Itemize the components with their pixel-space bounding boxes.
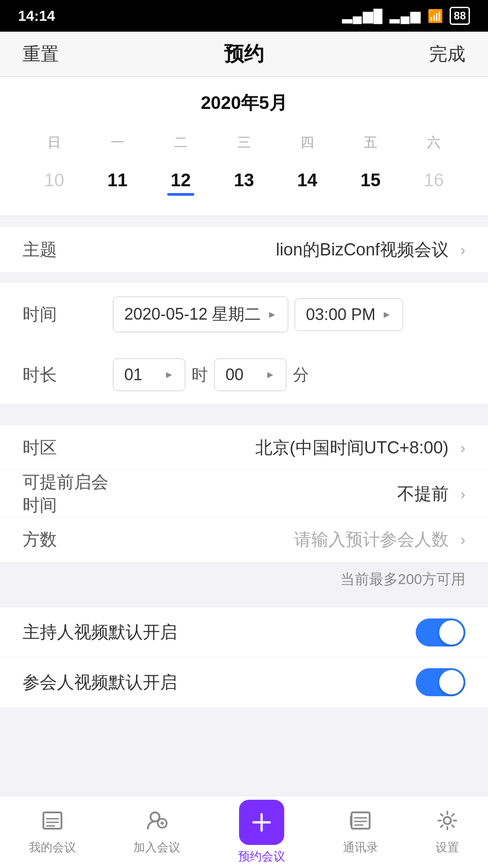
weekday-tue: 二 — [149, 129, 212, 156]
bottom-nav: 我的会议 加入会议 预约会议 — [0, 796, 488, 868]
time-selector-arrow: ► — [382, 309, 392, 321]
subject-group: 主题 lion的BizConf视频会议 › — [0, 227, 488, 272]
signal-icon-2: ▂▄▆ — [389, 9, 421, 24]
attendee-video-toggle-knob — [439, 670, 464, 694]
nav-item-join[interactable]: 加入会议 — [133, 809, 180, 855]
time-selector[interactable]: 03:00 PM ► — [295, 298, 403, 331]
time-inputs: 2020-05-12 星期二 ► 03:00 PM ► — [113, 297, 465, 332]
wifi-icon: 📶 — [427, 9, 443, 24]
early-start-label: 可提前启会时间 — [23, 471, 113, 517]
nav-item-contacts[interactable]: 通讯录 — [343, 809, 378, 855]
date-selector-arrow: ► — [267, 309, 277, 321]
time-row: 时间 2020-05-12 星期二 ► 03:00 PM ► — [0, 283, 488, 346]
svg-rect-10 — [352, 812, 370, 829]
timezone-chevron-icon: › — [460, 439, 465, 457]
timezone-row: 时区 北京(中国时间UTC+8:00) › — [0, 425, 488, 471]
subject-chevron-icon: › — [460, 241, 465, 259]
participants-row: 方数 请输入预计参会人数 › — [0, 517, 488, 562]
attendee-video-label: 参会人视频默认开启 — [23, 671, 416, 694]
participants-chevron-icon: › — [460, 531, 465, 548]
separator-2 — [0, 415, 488, 425]
calendar-days: 10 11 12 13 14 15 16 — [23, 165, 465, 216]
subject-value-container[interactable]: lion的BizConf视频会议 › — [113, 238, 465, 261]
timezone-label: 时区 — [23, 436, 113, 459]
weekday-mon: 一 — [86, 129, 149, 156]
hours-selector[interactable]: 01 ► — [113, 359, 185, 391]
status-bar: 14:14 ▂▄▆█ ▂▄▆ 📶 88 — [0, 0, 488, 32]
done-button[interactable]: 完成 — [429, 42, 465, 66]
subject-label: 主题 — [23, 238, 113, 261]
contacts-label: 通讯录 — [343, 840, 378, 855]
calendar-day-10[interactable]: 10 — [23, 165, 86, 202]
early-start-value-container[interactable]: 不提前 › — [113, 482, 465, 505]
calendar-weekdays: 日 一 二 三 四 五 六 — [23, 129, 465, 156]
subject-row: 主题 lion的BizConf视频会议 › — [0, 227, 488, 272]
video-group: 主持人视频默认开启 参会人视频默认开启 — [0, 608, 488, 707]
battery-indicator: 88 — [450, 7, 470, 25]
weekday-fri: 五 — [339, 129, 402, 156]
calendar-section: 2020年5月 日 一 二 三 四 五 六 10 11 12 13 14 15 … — [0, 77, 488, 216]
weekday-wed: 三 — [212, 129, 276, 156]
availability-text: 当前最多200方可用 — [340, 571, 465, 587]
weekday-sun: 日 — [23, 129, 86, 156]
nav-item-my-meetings[interactable]: 我的会议 — [29, 809, 76, 855]
attendee-video-row: 参会人视频默认开启 — [0, 657, 488, 707]
minutes-selector-arrow: ► — [265, 369, 275, 381]
minutes-value: 00 — [225, 365, 244, 384]
time-group: 时间 2020-05-12 星期二 ► 03:00 PM ► 时长 01 ► 时… — [0, 283, 488, 404]
calendar-day-16[interactable]: 16 — [402, 165, 465, 202]
hours-selector-arrow: ► — [164, 369, 174, 381]
contacts-icon — [349, 809, 372, 836]
duration-label: 时长 — [23, 363, 113, 387]
timezone-value-container[interactable]: 北京(中国时间UTC+8:00) › — [113, 436, 465, 459]
participants-label: 方数 — [23, 528, 113, 551]
status-right: ▂▄▆█ ▂▄▆ 📶 88 — [342, 7, 470, 25]
separator-1 — [0, 216, 488, 227]
timezone-value: 北京(中国时间UTC+8:00) — [255, 436, 449, 459]
time-value: 03:00 PM — [306, 305, 375, 324]
reset-button[interactable]: 重置 — [23, 42, 59, 66]
date-value: 2020-05-12 星期二 — [124, 303, 261, 326]
calendar-day-14[interactable]: 14 — [276, 165, 339, 202]
host-video-label: 主持人视频默认开启 — [23, 621, 416, 644]
weekday-thu: 四 — [276, 129, 339, 156]
duration-inputs: 01 ► 时 00 ► 分 — [113, 359, 309, 391]
host-video-row: 主持人视频默认开启 — [0, 608, 488, 657]
participants-value-container[interactable]: 请输入预计参会人数 › — [113, 528, 465, 551]
calendar-day-12[interactable]: 12 — [149, 165, 212, 202]
status-time: 14:14 — [18, 8, 55, 24]
my-meetings-icon — [41, 809, 64, 836]
settings-label: 设置 — [436, 840, 459, 855]
participants-value: 请输入预计参会人数 — [294, 528, 449, 551]
weekday-sat: 六 — [402, 129, 465, 156]
calendar-day-15[interactable]: 15 — [339, 165, 402, 202]
nav-bar: 重置 预约 完成 — [0, 32, 488, 77]
calendar-day-13[interactable]: 13 — [212, 165, 276, 202]
nav-item-schedule[interactable]: 预约会议 — [238, 800, 285, 864]
nav-item-settings[interactable]: 设置 — [436, 809, 459, 855]
svg-point-15 — [444, 817, 451, 824]
schedule-icon — [239, 800, 284, 845]
availability-note: 当前最多200方可用 — [0, 562, 488, 597]
early-start-chevron-icon: › — [460, 485, 465, 503]
subject-value: lion的BizConf视频会议 — [276, 238, 448, 261]
settings-group: 时区 北京(中国时间UTC+8:00) › 可提前启会时间 不提前 › 方数 请… — [0, 425, 488, 597]
attendee-video-toggle[interactable] — [416, 668, 465, 696]
minutes-unit: 分 — [293, 364, 309, 386]
join-icon — [145, 809, 169, 836]
page-title: 预约 — [224, 41, 264, 67]
settings-icon — [436, 809, 459, 836]
time-label: 时间 — [23, 303, 113, 326]
host-video-toggle-knob — [439, 620, 464, 645]
join-label: 加入会议 — [133, 840, 180, 855]
host-video-toggle[interactable] — [416, 618, 465, 646]
my-meetings-label: 我的会议 — [29, 840, 76, 855]
date-selector[interactable]: 2020-05-12 星期二 ► — [113, 297, 288, 332]
calendar-day-11[interactable]: 11 — [86, 165, 149, 202]
hours-unit: 时 — [192, 364, 208, 386]
early-start-row: 可提前启会时间 不提前 › — [0, 471, 488, 517]
minutes-selector[interactable]: 00 ► — [214, 359, 286, 391]
hours-value: 01 — [124, 365, 142, 384]
signal-icon: ▂▄▆█ — [342, 9, 384, 24]
early-start-value: 不提前 — [397, 482, 449, 505]
